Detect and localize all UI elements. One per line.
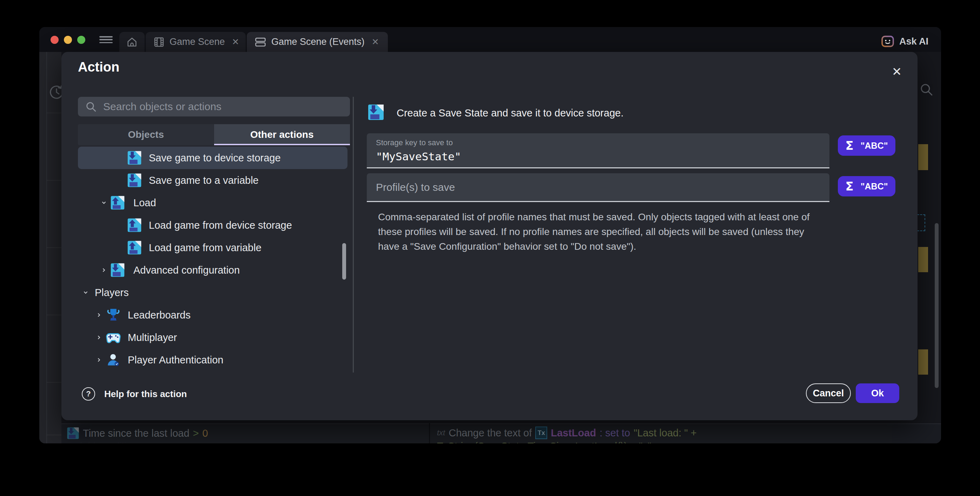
tree-item-label: Advanced configuration bbox=[134, 265, 240, 276]
clipped-expression-line: ToString(SaveState.TimeSinceLastLoad()) … bbox=[437, 441, 651, 444]
tab-game-scene[interactable]: Game Scene ✕ bbox=[146, 32, 246, 52]
home-icon bbox=[126, 36, 138, 48]
hamburger-menu-icon[interactable] bbox=[99, 36, 113, 43]
condition-value: 0 bbox=[202, 428, 208, 439]
app-window: Game Scene ✕ Game Scene (Events) ✕ bbox=[39, 27, 941, 444]
macos-minimize-button[interactable] bbox=[64, 36, 72, 44]
events-sheet-icon bbox=[255, 36, 266, 48]
tree-item-load-game-from-device-storage[interactable]: Load game from device storage bbox=[78, 214, 347, 236]
tree-item-label: Load game from device storage bbox=[149, 220, 292, 231]
action-cell[interactable]: txt Change the text of Tx LastLoad : set… bbox=[437, 426, 697, 439]
dialog-close-button[interactable]: ✕ bbox=[887, 62, 907, 81]
sigma-icon: Σ bbox=[845, 139, 853, 152]
gamepad-icon bbox=[106, 330, 121, 345]
help-for-this-action-link[interactable]: ? Help for this action bbox=[82, 387, 187, 401]
close-tab-icon[interactable]: ✕ bbox=[232, 37, 239, 47]
ask-ai-robot-icon bbox=[881, 35, 894, 48]
events-scrollbar-thumb[interactable] bbox=[935, 223, 939, 388]
dialog-tab-bar: Objects Other actions bbox=[78, 124, 350, 145]
expression-builder-button[interactable]: Σ "ABC" bbox=[838, 135, 896, 156]
close-tab-icon[interactable]: ✕ bbox=[372, 37, 379, 47]
actions-tree: Save game to device storage Save game to… bbox=[78, 147, 347, 373]
tree-item-label: Multiplayer bbox=[128, 332, 177, 344]
row-line bbox=[47, 382, 61, 383]
panel-divider[interactable] bbox=[353, 97, 354, 372]
action-dialog: Action ✕ Search objects or actions Objec… bbox=[61, 52, 918, 420]
condition-text: Time since the last load bbox=[83, 428, 189, 439]
tree-item-label: Leaderboards bbox=[128, 309, 191, 321]
search-icon[interactable] bbox=[919, 82, 934, 97]
search-icon bbox=[85, 101, 97, 113]
field-label: Storage key to save to bbox=[376, 138, 829, 147]
ok-button[interactable]: Ok bbox=[856, 383, 899, 403]
row-line bbox=[47, 180, 61, 181]
abc-label: "ABC" bbox=[861, 141, 888, 151]
save-icon bbox=[110, 262, 125, 278]
field-label: Profile(s) to save bbox=[376, 181, 455, 193]
help-label: Help for this action bbox=[104, 389, 187, 399]
ask-ai-button[interactable]: Ask AI bbox=[881, 35, 928, 48]
field-help-text: Comma-separated list of profile names th… bbox=[378, 210, 816, 254]
storage-key-field[interactable]: Storage key to save to "MySaveState" bbox=[367, 133, 829, 168]
tree-item-save-game-to-variable[interactable]: Save game to a variable bbox=[78, 169, 347, 192]
chevron-down-icon[interactable] bbox=[82, 290, 89, 295]
tab-label: Other actions bbox=[250, 129, 313, 140]
dialog-title: Action bbox=[78, 60, 119, 75]
event-marker bbox=[918, 349, 928, 375]
tree-group-players[interactable]: Players bbox=[78, 281, 347, 304]
search-placeholder: Search objects or actions bbox=[103, 101, 221, 113]
chevron-right-icon[interactable] bbox=[95, 334, 102, 340]
chevron-right-icon[interactable] bbox=[95, 312, 102, 318]
tab-other-actions[interactable]: Other actions bbox=[214, 124, 350, 145]
chevron-right-icon[interactable] bbox=[100, 267, 107, 273]
cancel-button[interactable]: Cancel bbox=[806, 383, 851, 403]
chevron-down-icon[interactable] bbox=[100, 200, 107, 206]
tree-category-load[interactable]: Load bbox=[78, 192, 347, 214]
tree-item-label: Player Authentication bbox=[128, 354, 223, 366]
condition-action-divider bbox=[429, 423, 430, 444]
abc-label: "ABC" bbox=[861, 181, 888, 192]
action-text: Change the text of bbox=[449, 427, 532, 439]
chevron-right-icon[interactable] bbox=[95, 357, 102, 363]
tree-category-advanced-configuration[interactable]: Advanced configuration bbox=[78, 259, 347, 281]
tree-item-label: Load game from variable bbox=[149, 242, 261, 254]
condition-cell[interactable]: Time since the last load > 0 bbox=[67, 426, 208, 440]
load-icon bbox=[127, 217, 142, 233]
save-icon bbox=[368, 103, 384, 121]
row-line bbox=[47, 315, 61, 315]
trophy-icon bbox=[106, 307, 121, 323]
tree-scrollbar-thumb[interactable] bbox=[342, 243, 346, 280]
save-icon bbox=[127, 173, 142, 188]
field-value: "MySaveState" bbox=[376, 150, 829, 163]
active-tab-underline bbox=[214, 144, 350, 145]
tree-item-label: Save game to device storage bbox=[149, 152, 281, 164]
tree-category-player-authentication[interactable]: Player Authentication bbox=[78, 349, 347, 371]
tree-item-save-game-to-device-storage[interactable]: Save game to device storage bbox=[78, 147, 347, 169]
profiles-field[interactable]: Profile(s) to save bbox=[367, 173, 829, 202]
tab-label: Game Scene bbox=[170, 36, 225, 48]
screen: Game Scene ✕ Game Scene (Events) ✕ bbox=[0, 0, 980, 496]
event-marker bbox=[918, 144, 928, 170]
macos-zoom-button[interactable] bbox=[77, 36, 85, 44]
row-line bbox=[47, 434, 61, 435]
sigma-icon: Σ bbox=[845, 179, 853, 193]
condition-operator: > bbox=[193, 428, 199, 439]
tab-objects[interactable]: Objects bbox=[78, 124, 214, 145]
tree-category-leaderboards[interactable]: Leaderboards bbox=[78, 304, 347, 326]
tab-label: Game Scene (Events) bbox=[271, 36, 365, 48]
text-action-icon: txt bbox=[437, 428, 445, 437]
action-description: Create a Save State and save it to devic… bbox=[397, 107, 624, 119]
load-icon bbox=[127, 240, 142, 255]
tree-category-multiplayer[interactable]: Multiplayer bbox=[78, 326, 347, 349]
event-marker bbox=[918, 247, 928, 272]
macos-close-button[interactable] bbox=[51, 36, 59, 44]
expression-builder-button[interactable]: Σ "ABC" bbox=[838, 176, 896, 196]
row-line bbox=[47, 247, 61, 248]
load-icon bbox=[110, 195, 125, 211]
person-icon bbox=[106, 352, 121, 368]
tree-item-load-game-from-variable[interactable]: Load game from variable bbox=[78, 236, 347, 259]
search-input[interactable]: Search objects or actions bbox=[78, 97, 350, 116]
tab-game-scene-events[interactable]: Game Scene (Events) ✕ bbox=[247, 32, 388, 52]
tab-home[interactable] bbox=[119, 32, 145, 52]
object-name: LastLoad bbox=[551, 427, 596, 439]
